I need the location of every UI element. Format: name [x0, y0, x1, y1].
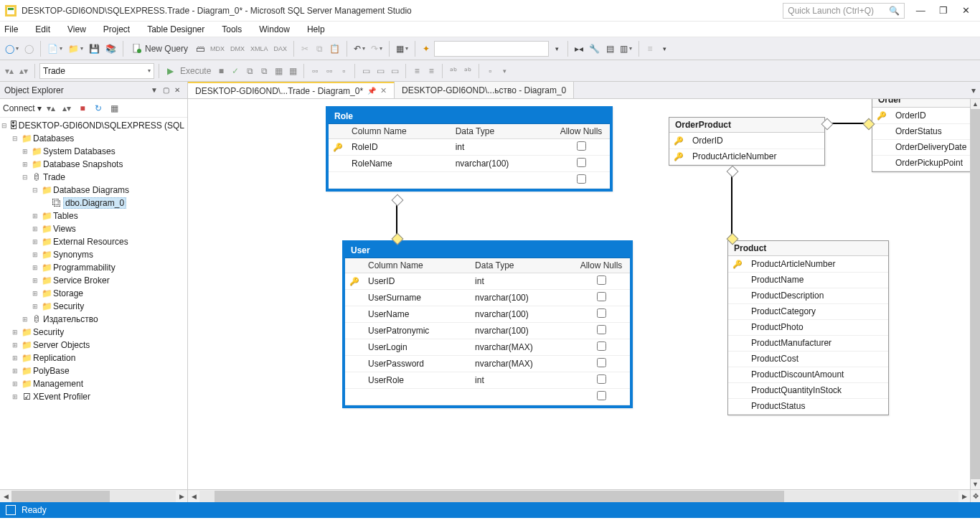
minimize-button[interactable]: — [910, 5, 930, 16]
tree-polybase[interactable]: PolyBase [33, 366, 70, 376]
objexp-hscroll[interactable]: ◀ ▶ [0, 489, 187, 502]
r1-icon[interactable]: ▫▫ [308, 63, 321, 79]
scroll-left-icon[interactable]: ◀ [0, 493, 11, 500]
tree-server[interactable]: DESKTOP-GDI6OND\SQLEXPRESS (SQL [19, 121, 184, 131]
pan-handle-icon[interactable]: ✥ [970, 489, 980, 502]
grid-button[interactable]: ▦ [394, 40, 410, 57]
outdent-icon[interactable]: ≡ [425, 63, 438, 79]
cell-empty[interactable] [364, 389, 471, 405]
copy-button[interactable]: ⧉ [313, 40, 326, 57]
tool-a-icon[interactable]: ▸◂ [573, 40, 585, 57]
r5-icon[interactable]: ▭ [374, 63, 387, 79]
scroll-up-icon[interactable]: ▲ [971, 99, 980, 109]
cut-button[interactable]: ✂ [298, 40, 311, 57]
cell[interactable]: ProductDescription [747, 288, 888, 303]
r2-icon[interactable]: ▫▫ [323, 63, 336, 79]
tabs-overflow-icon[interactable]: ▾ [967, 85, 980, 95]
filter3-icon[interactable]: ▦ [108, 103, 121, 113]
xmla-icon[interactable]: XMLA [248, 40, 270, 57]
new-query-button[interactable]: New Query [128, 40, 192, 57]
cell[interactable]: OrderID [688, 133, 824, 148]
toolbar-overflow[interactable]: ▾ [658, 40, 671, 57]
cell[interactable]: int [451, 139, 552, 156]
ab-icon[interactable]: ᵃᵇ [447, 63, 460, 79]
filter-tree2-icon[interactable]: ▴▾ [60, 103, 73, 113]
scroll-left-icon[interactable]: ◀ [188, 493, 199, 500]
tree-repl[interactable]: Replication [33, 353, 75, 363]
menu-help[interactable]: Help [307, 24, 325, 34]
pane-close-icon[interactable]: ✕ [171, 86, 183, 94]
cell[interactable]: OrderStatus [891, 123, 975, 139]
execute-play-icon[interactable]: ▶ [164, 63, 176, 79]
nulls-checkbox[interactable] [597, 341, 606, 351]
save-all-button[interactable]: 📚 [103, 40, 118, 57]
toolbar2-overflow[interactable]: ▾ [498, 63, 511, 79]
tree-storage[interactable]: Storage [53, 288, 83, 298]
cell[interactable]: nvarchar(100) [471, 290, 573, 306]
last-icon[interactable]: ▫ [484, 63, 496, 79]
cell[interactable]: ProductStatus [747, 398, 888, 414]
stop-tree-icon[interactable]: ■ [76, 103, 89, 113]
menu-edit[interactable]: Edit [35, 24, 50, 34]
scroll-down-icon[interactable]: ▼ [971, 479, 980, 489]
tool-c-icon[interactable]: ▤ [603, 40, 616, 57]
cell[interactable]: nvarchar(MAX) [471, 356, 573, 372]
filter2-icon[interactable]: ▴▾ [17, 63, 30, 79]
restore-button[interactable]: ❐ [933, 5, 953, 16]
cell[interactable]: ProductCost [747, 351, 888, 367]
tree-views[interactable]: Views [53, 224, 76, 234]
cell[interactable]: UserID [364, 273, 471, 290]
pane-pin-icon[interactable]: ▢ [160, 86, 171, 94]
cell[interactable]: UserName [364, 306, 471, 323]
plan2-icon[interactable]: ⧉ [258, 63, 270, 79]
menu-view[interactable]: View [67, 24, 86, 34]
tree-dbo-diagram[interactable]: dbo.Diagram_0 [63, 197, 126, 209]
tree-prog[interactable]: Programmability [53, 263, 116, 273]
relationship-role-user[interactable] [396, 199, 397, 240]
pane-dropdown-icon[interactable]: ▼ [149, 86, 160, 94]
tab-diagram-trade[interactable]: DESKTOP-GDI6OND\...Trade - Diagram_0* 📌 … [188, 82, 395, 98]
menu-table-designer[interactable]: Table Designer [147, 24, 204, 34]
tool-d-icon[interactable]: ▥ [618, 40, 634, 57]
cell[interactable]: ProductArticleNumber [747, 256, 888, 272]
close-button[interactable]: ✕ [956, 5, 976, 16]
nav-fwd-button[interactable]: ◯ [22, 40, 36, 57]
relationship-orderproduct-product[interactable] [731, 171, 732, 240]
scroll-thumb[interactable] [11, 491, 110, 502]
refresh-tree-icon[interactable]: ↻ [92, 103, 105, 113]
wrench-icon[interactable]: 🔧 [587, 40, 602, 57]
database-combo[interactable]: Trade [39, 63, 154, 79]
nulls-checkbox[interactable] [577, 174, 586, 184]
filter-tree-icon[interactable]: ▾▴ [44, 103, 57, 113]
tree-dbdiag[interactable]: Database Diagrams [53, 185, 129, 195]
ab2-icon[interactable]: ᵃᵇ [461, 63, 474, 79]
diagram-canvas[interactable]: Role Column NameData TypeAllow Nulls 🔑Ro… [188, 99, 980, 502]
canvas-vscroll[interactable]: ▲ ▼ [970, 99, 980, 489]
cell[interactable]: RoleID [347, 139, 451, 156]
object-tree[interactable]: ⊟🗄DESKTOP-GDI6OND\SQLEXPRESS (SQL ⊟📁Data… [0, 118, 187, 489]
tree-security2[interactable]: Security [33, 327, 64, 337]
nulls-checkbox[interactable] [597, 325, 606, 334]
r4-icon[interactable]: ▭ [359, 63, 372, 79]
find-combo[interactable] [434, 41, 549, 57]
tree-sbroker[interactable]: Service Broker [53, 275, 110, 286]
relationship-orderproduct-order[interactable] [826, 123, 870, 124]
quick-launch-input[interactable]: Quick Launch (Ctrl+Q) 🔍 [783, 3, 905, 19]
cell[interactable]: ProductQuantityInStock [747, 382, 888, 398]
tree-snap[interactable]: Database Snapshots [43, 159, 123, 169]
find-dd[interactable]: ▾ [550, 40, 563, 57]
pin-icon[interactable]: 📌 [367, 87, 376, 95]
tree-srvobj[interactable]: Server Objects [33, 340, 90, 350]
indent-icon[interactable]: ≡ [410, 63, 423, 79]
cell[interactable]: nvarchar(100) [471, 323, 573, 339]
undo-button[interactable]: ↶ [352, 40, 367, 57]
mdx-icon[interactable]: MDX [208, 40, 227, 57]
tree-izdat[interactable]: Издательство [43, 314, 98, 324]
canvas-hscroll[interactable]: ◀ ▶ [188, 489, 970, 502]
table-role[interactable]: Role Column NameData TypeAllow Nulls 🔑Ro… [326, 106, 613, 192]
table-user[interactable]: User Column NameData TypeAllow Nulls 🔑Us… [342, 240, 633, 408]
table-product[interactable]: Product 🔑ProductArticleNumber ProductNam… [727, 240, 889, 415]
cell[interactable]: nvarchar(MAX) [471, 339, 573, 356]
nulls-checkbox[interactable] [577, 141, 586, 151]
scroll-thumb[interactable] [215, 491, 784, 502]
